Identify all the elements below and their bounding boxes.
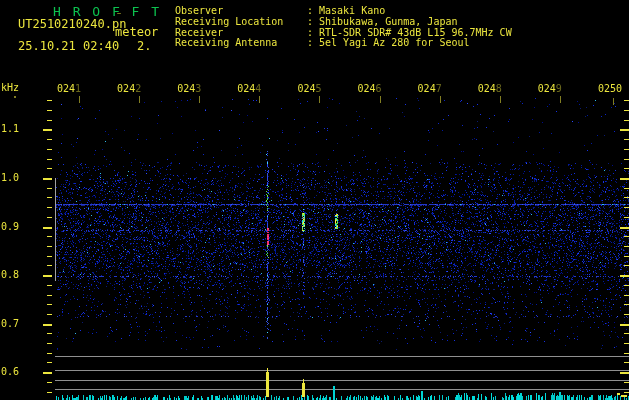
capture-filename: UT2510210240.pn xyxy=(18,18,126,30)
info-separator: : xyxy=(307,17,319,27)
info-separator: : xyxy=(307,38,319,48)
freq-tick-label: 1.0 xyxy=(1,173,19,183)
info-label: Receiver xyxy=(175,28,307,38)
info-label: Receiving Location xyxy=(175,17,307,27)
info-separator: : xyxy=(307,6,319,16)
freq-tick-label: 0.9 xyxy=(1,222,19,232)
info-value: RTL-SDR SDR# 43dB L15 96.7MHz CW xyxy=(319,27,512,38)
info-separator: : xyxy=(307,28,319,38)
freq-tick-label: 0.6 xyxy=(1,367,19,377)
info-value: Masaki Kano xyxy=(319,5,385,16)
time-tick-label: 0249 xyxy=(538,84,562,94)
info-label: Receiving Antenna xyxy=(175,38,307,48)
freq-unit-label: kHz xyxy=(1,83,19,93)
time-tick-label: 0244 xyxy=(237,84,261,94)
time-tick-label: 0241 xyxy=(57,84,81,94)
observation-datetime: 25.10.21 02:40 xyxy=(18,40,119,52)
hrofft-window: H R O F F T UT2510210240.pn ¨ meteor 25.… xyxy=(0,0,629,400)
info-row: Receiving Location:Shibukawa, Gunma, Jap… xyxy=(175,17,457,27)
minute-counter: 2. xyxy=(137,40,151,52)
info-value: 5el Yagi Az 280 for Seoul xyxy=(319,37,470,48)
info-row: Observer:Masaki Kano xyxy=(175,6,385,16)
overlay-mark: ¨ xyxy=(116,14,122,22)
time-tick-label: 0248 xyxy=(478,84,502,94)
spectrogram-canvas xyxy=(0,0,629,400)
time-tick-label: 0247 xyxy=(418,84,442,94)
time-tick-label: 0242 xyxy=(117,84,141,94)
info-value: Shibukawa, Gunma, Japan xyxy=(319,16,457,27)
info-label: Observer xyxy=(175,6,307,16)
time-tick-label: 0243 xyxy=(177,84,201,94)
info-row: Receiving Antenna:5el Yagi Az 280 for Se… xyxy=(175,38,470,48)
freq-tick-label: 1.1 xyxy=(1,124,19,134)
time-tick-label: 0250 xyxy=(598,84,622,94)
mode-label: meteor xyxy=(115,26,158,38)
freq-tick-label: 0.8 xyxy=(1,270,19,280)
freq-tick-label: 0.7 xyxy=(1,319,19,329)
time-tick-label: 0246 xyxy=(358,84,382,94)
time-tick-label: 0245 xyxy=(297,84,321,94)
info-row: Receiver:RTL-SDR SDR# 43dB L15 96.7MHz C… xyxy=(175,28,512,38)
